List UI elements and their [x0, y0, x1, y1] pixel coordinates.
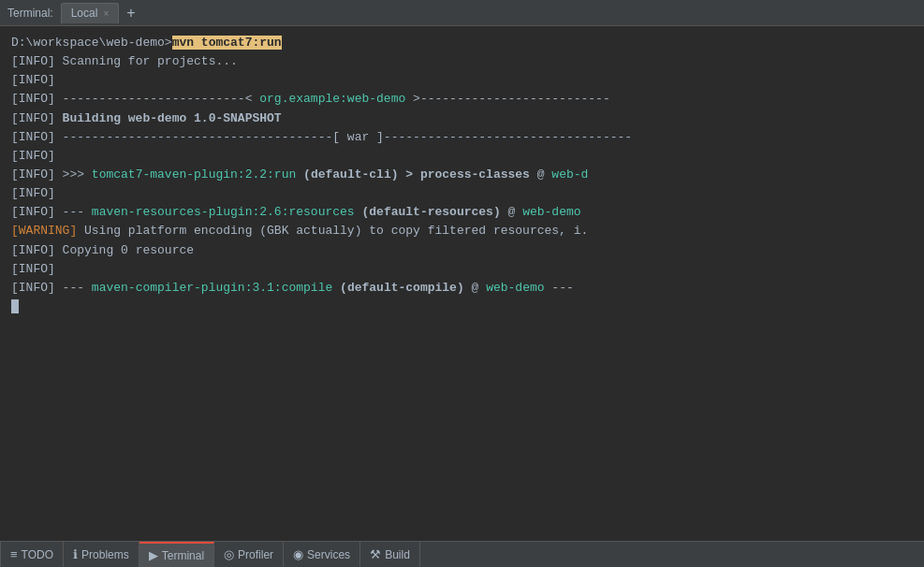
todo-label: TODO — [22, 548, 53, 561]
build-label: Build — [385, 548, 410, 561]
terminal-line: [INFO] — [11, 71, 913, 90]
terminal-label: Terminal: — [7, 7, 53, 20]
cursor-line — [11, 298, 913, 316]
services-icon: ◉ — [293, 547, 303, 561]
close-tab-button[interactable]: × — [103, 8, 109, 19]
todo-icon: ≡ — [10, 547, 18, 561]
terminal-line: [INFO] ---------------------------------… — [11, 128, 913, 147]
terminal-line: [INFO] — [11, 184, 913, 203]
terminal-line: [INFO] >>> tomcat7-maven-plugin:2.2:run … — [11, 166, 913, 184]
terminal-line: [INFO] Building web-demo 1.0-SNAPSHOT — [11, 109, 913, 128]
terminal-line: [INFO] --- maven-compiler-plugin:3.1:com… — [11, 279, 913, 298]
services-label: Services — [307, 548, 350, 561]
toolbar-item-todo[interactable]: ≡TODO — [0, 542, 64, 567]
terminal-output: D:\workspace\web-demo>mvn tomcat7:run[IN… — [0, 26, 924, 541]
profiler-label: Profiler — [238, 548, 273, 561]
terminal-top-bar: Terminal: Local × + — [0, 0, 924, 26]
toolbar-item-profiler[interactable]: ◎Profiler — [214, 542, 284, 567]
problems-icon: ℹ — [73, 547, 78, 561]
local-tab-label: Local — [71, 7, 98, 20]
toolbar-item-services[interactable]: ◉Services — [284, 542, 360, 567]
terminal-line: [INFO] — [11, 260, 913, 279]
terminal-line: [INFO] Scanning for projects... — [11, 52, 913, 71]
local-tab[interactable]: Local × — [61, 3, 120, 23]
problems-label: Problems — [81, 548, 129, 561]
terminal-line: [INFO] --- maven-resources-plugin:2.6:re… — [11, 203, 913, 222]
terminal-line: [WARNING] Using platform encoding (GBK a… — [11, 222, 913, 240]
terminal-label: Terminal — [162, 549, 204, 562]
terminal-line: [INFO] -------------------------< org.ex… — [11, 90, 913, 109]
profiler-icon: ◎ — [224, 547, 234, 561]
build-icon: ⚒ — [370, 547, 381, 561]
terminal-line: [INFO] — [11, 147, 913, 166]
terminal-line: D:\workspace\web-demo>mvn tomcat7:run — [11, 34, 913, 52]
terminal-cursor — [11, 299, 19, 313]
bottom-toolbar: ≡TODOℹProblems▶Terminal◎Profiler◉Service… — [0, 541, 924, 567]
terminal-line: [INFO] Copying 0 resource — [11, 241, 913, 260]
toolbar-item-problems[interactable]: ℹProblems — [64, 542, 139, 567]
toolbar-item-build[interactable]: ⚒Build — [360, 542, 420, 567]
toolbar-item-terminal[interactable]: ▶Terminal — [139, 542, 214, 567]
add-tab-button[interactable]: + — [123, 5, 139, 22]
terminal-icon: ▶ — [149, 548, 158, 562]
